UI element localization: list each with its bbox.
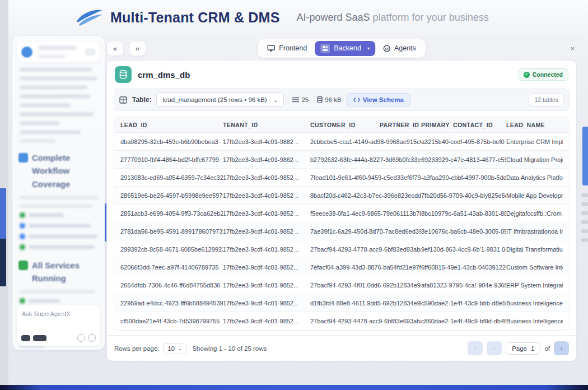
- model-icon[interactable]: [21, 335, 30, 341]
- services-icon: [18, 261, 28, 270]
- column-header-lead-name[interactable]: LEAD_NAME: [506, 122, 563, 128]
- pagination: ‹ ‹ Page 1 of ›: [468, 341, 569, 355]
- page-label: Page: [512, 345, 527, 352]
- cell-lead-id: 2913083c-ed69-a054-6359-7c34ec32d: [120, 174, 223, 181]
- size-stat: 96 kB: [317, 96, 341, 103]
- cell-customer-id: 7fead101-9e61-4f60-9459-c5ed33ef6f79: [310, 174, 421, 181]
- table-row[interactable]: 22959ad-e4dcc-4923-fff6b588494539 17fb2e…: [114, 294, 569, 312]
- column-header-partner-id[interactable]: PARTNER_ID: [380, 122, 421, 128]
- cell-tenant-id: 17fb2ee3-3cdf-4c01-9882 ..: [223, 138, 310, 145]
- sidebar-bullet: [20, 223, 97, 229]
- close-icon[interactable]: ×: [570, 44, 575, 53]
- database-name: crm_dms_db: [138, 70, 190, 80]
- table-row[interactable]: 299392cb-8c58-4671-6085be6129923 17fb2ee…: [114, 240, 569, 258]
- column-header-tenant-id[interactable]: TENANT_ID: [223, 122, 310, 128]
- tab-backend-label: Backend: [334, 44, 361, 52]
- table-row[interactable]: 62066f3dd-7eec-a97f-41406789735 17fb2ee3…: [114, 258, 569, 276]
- table-row[interactable]: dba08295-32cb-459c-b6b90bebea3 17fb2ee3-…: [114, 133, 569, 151]
- table-row[interactable]: 2851acb3-e699-4054-9ff3-73ca62eb24 17fb2…: [114, 205, 569, 222]
- cell-tenant-id: 17fb2ee3-3cdf-4c01-9862 ..: [223, 156, 310, 163]
- tab-backend[interactable]: Backend ▾: [315, 41, 375, 56]
- cell-lead-name: Enterprise CRM Impleme...: [506, 138, 563, 145]
- background-blue-block: [0, 188, 6, 239]
- table-row[interactable]: 2654dfdb-7306-4c46-ff6d84755d836 17fb2ee…: [114, 276, 569, 294]
- rows-per-page-label: Rows per page:: [114, 345, 160, 352]
- cell-primary-contact-id: 8e10676c-ba6cb-48e0-3005-05cd: [421, 228, 506, 235]
- chevron-down-icon[interactable]: ▾: [367, 46, 370, 51]
- cell-customer-id: b2792632-63fe-444a-8227-3d69b0fc33e6: [310, 156, 421, 163]
- agents-icon: [383, 45, 390, 52]
- cell-customer-id: 27bacf94-4293-4f01.0dd6-692b12834e9b: [310, 282, 421, 289]
- collapse-left-button[interactable]: «: [106, 41, 124, 56]
- tables-count-badge: 12 tables: [529, 93, 564, 106]
- brand-swoosh-icon: [74, 7, 104, 28]
- sidebar: Complete Workflow Coverage All Services …: [12, 36, 105, 350]
- table-row[interactable]: 286519e6-be26-4597-b5998e9ee5979 17fb2ee…: [114, 187, 569, 205]
- data-table: LEAD_ID TENANT_ID CUSTOMER_ID PARTNER_ID…: [114, 117, 570, 331]
- blurred-line: [20, 140, 56, 142]
- check-icon: [20, 212, 25, 218]
- view-schema-button[interactable]: View Schema: [347, 93, 410, 106]
- sidebar-profile-card[interactable]: [17, 41, 100, 62]
- tab-frontend-label: Frontend: [279, 44, 307, 52]
- cell-lead-id: 2781da56-be95-4591-8991786079739: [120, 228, 223, 235]
- column-header-customer-id[interactable]: CUSTOMER_ID: [310, 122, 380, 128]
- cell-lead-name: Digital Transformatiu...: [506, 246, 563, 253]
- of-label: of: [544, 345, 550, 352]
- model-selector-icon[interactable]: [33, 335, 46, 341]
- cell-customer-id: 27bacf94-4293-4478-acc9-6bf83e693aba: [310, 318, 421, 324]
- cell-tenant-id: 17fb2ee3-9cdf-4c01-9852...: [223, 300, 310, 307]
- cell-lead-name: Business Inteligence impi...: [506, 300, 563, 307]
- check-icon: [20, 298, 25, 304]
- blurred-line: [20, 196, 99, 199]
- next-page-button[interactable]: ›: [554, 341, 569, 355]
- cell-lead-id: 22959ad-e4dcc-4923-fff6b588494539: [120, 300, 223, 307]
- page-number[interactable]: 1: [531, 345, 534, 352]
- rows-per-page-select[interactable]: 10 ⌄: [164, 343, 187, 354]
- prev-page-button[interactable]: ‹: [487, 341, 502, 355]
- cell-lead-id: cf500dae21e4f-43cb-7d5398799755: [120, 318, 223, 324]
- table-select-dropdown[interactable]: lead_management (25 rows • 96 kB) ⌄: [156, 92, 284, 107]
- first-page-button[interactable]: ‹: [468, 341, 483, 355]
- cell-primary-contact-id: c590dae2-1e4f-43c9-bbb-d8e59f: [421, 300, 506, 307]
- info-icon: [20, 223, 25, 229]
- cell-primary-contact-id: 6ff60815-49e1-43cb-04039122533: [421, 264, 506, 271]
- cell-tenant-id: 17fb2ee3-9cdf-4c01-9852 ..: [223, 228, 310, 235]
- tab-bar: « « Frontend Backend ▾: [106, 39, 577, 57]
- cell-lead-id: 2654dfdb-7306-4c46-ff6d84755d836: [120, 282, 223, 289]
- chevron-down-icon: ⌄: [178, 346, 183, 351]
- card-toggle[interactable]: [85, 48, 96, 56]
- cell-lead-name: Dejgitafccsffb.:Crom: [506, 210, 563, 217]
- back-button[interactable]: «: [129, 41, 146, 56]
- cell-tenant-id: 17fb2ee3-9cdf-4c01-9852...: [223, 318, 310, 324]
- view-schema-label: View Schema: [363, 96, 404, 103]
- table-selector-bar: Table: lead_management (25 rows • 96 kB)…: [114, 89, 570, 111]
- ask-superagentx-input[interactable]: Ask SuperAgentX: [22, 310, 95, 317]
- blurred-line: [20, 68, 92, 71]
- cell-primary-contact-id: -a3faa290-ebbf-4997-900b-5dd9: [421, 174, 506, 181]
- table-icon: [119, 96, 127, 104]
- cell-tenant-id: 17fb2ee3-3cdf-4c01-9852 ..: [223, 210, 310, 217]
- cell-customer-id: f5eece38-0fa1-4ec9-9865-79e061113b78: [310, 210, 421, 217]
- cell-primary-contact-id: 8bc10979c-6a51-43ab-8301-8827: [421, 210, 506, 217]
- sidebar-bullet: [20, 298, 97, 304]
- database-card: crm_dms_db ✓ Connected Table: lead_manag…: [106, 60, 577, 361]
- table-row[interactable]: 2781da56-be95-4591-8991786079739 17fb2ee…: [114, 222, 569, 240]
- table-row[interactable]: cf500dae21e4f-43cb-7d5398799755 17fb2ee3…: [114, 312, 569, 330]
- column-header-primary-contact-id[interactable]: PRIMARY_CONTACT_ID: [421, 122, 506, 128]
- blurred-line: [20, 86, 87, 89]
- tab-frontend[interactable]: Frontend: [259, 41, 315, 55]
- ask-superagentx-card[interactable]: Ask SuperAgentX: [17, 305, 100, 346]
- sidebar-heading-workflow: Complete Workflow Coverage: [18, 151, 99, 191]
- column-header-lead-id[interactable]: LEAD_ID: [120, 122, 223, 128]
- table-row[interactable]: 2913083c-ed69-a054-6359-7c34ec32d 17fb2e…: [114, 169, 569, 187]
- tab-agents[interactable]: Agents: [375, 41, 424, 55]
- sidebar-bullet: [20, 244, 97, 250]
- table-row[interactable]: 27770910-fbf4-4864-bd2f-bffc67799 17fb2e…: [114, 151, 569, 169]
- cell-lead-name: Cloud Migration Project: [506, 156, 563, 163]
- cell-lead-name: Custom Software Integra...: [506, 264, 563, 271]
- send-icon[interactable]: [77, 334, 85, 342]
- status-badge-label: Connected: [533, 71, 563, 78]
- search-icon[interactable]: [88, 334, 96, 342]
- cell-primary-contact-id: 69233929-c47e-4813-4677-e59: [421, 156, 506, 163]
